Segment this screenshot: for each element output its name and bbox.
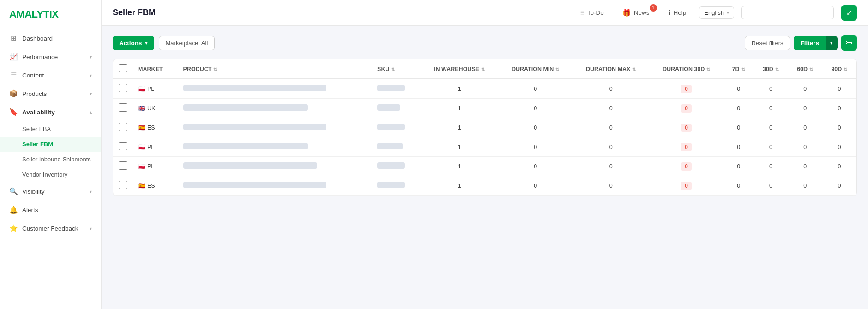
90d-value: 0 xyxy=(822,157,856,176)
visibility-icon: 🔍 xyxy=(9,187,18,196)
market-cell: 🇵🇱PL xyxy=(138,163,172,170)
row-checkbox[interactable] xyxy=(119,142,127,150)
product-name-blurred xyxy=(183,143,308,149)
actions-button[interactable]: Actions ▾ xyxy=(113,36,154,50)
sidebar-item-products[interactable]: 📦 Products ▾ xyxy=(0,84,101,103)
60d-value: 0 xyxy=(788,157,822,176)
sort-warehouse-icon[interactable]: ⇅ xyxy=(481,67,485,72)
sort-d30-icon[interactable]: ⇅ xyxy=(706,67,710,72)
60d-value: 0 xyxy=(788,176,822,196)
market-code: PL xyxy=(147,144,154,150)
sidebar-label-products: Products xyxy=(22,90,47,97)
sidebar-item-seller-inbound-shipments[interactable]: Seller Inbound Shipments xyxy=(0,152,101,167)
table-row: 🇪🇸ES 1 0 0 0 0 0 0 0 xyxy=(113,118,856,137)
row-checkbox[interactable] xyxy=(119,123,127,131)
reset-filters-button[interactable]: Reset filters xyxy=(745,36,790,50)
filters-caret-button[interactable]: ▾ xyxy=(826,36,838,50)
news-button[interactable]: 🎁 News 1 xyxy=(617,6,655,20)
90d-value: 0 xyxy=(822,118,856,137)
marketplace-filter[interactable]: Marketplace: All xyxy=(159,36,215,50)
duration-min-value: 0 xyxy=(498,99,572,118)
sort-product-icon[interactable]: ⇅ xyxy=(213,67,217,72)
sort-dmin-icon[interactable]: ⇅ xyxy=(555,67,559,72)
flag-icon: 🇵🇱 xyxy=(138,143,145,150)
flag-icon: 🇪🇸 xyxy=(138,124,145,131)
sort-90d-icon[interactable]: ⇅ xyxy=(844,67,847,72)
sidebar-item-availability[interactable]: 🔖 Availability ▴ xyxy=(0,103,101,121)
col-sku: SKU⇅ xyxy=(372,59,421,79)
sidebar: AMALYTIX ⊞ Dashboard 📈 Performance ▾ ☰ C… xyxy=(0,0,102,309)
save-button[interactable]: 🗁 xyxy=(841,35,857,51)
seller-fbm-label: Seller FBM xyxy=(22,141,53,148)
search-field[interactable] xyxy=(747,9,828,16)
7d-value: 0 xyxy=(723,176,753,196)
30d-value: 0 xyxy=(753,99,788,118)
in-warehouse-value: 1 xyxy=(421,137,499,157)
sort-7d-icon[interactable]: ⇅ xyxy=(741,67,745,72)
help-icon: ℹ xyxy=(668,9,671,17)
duration-30d-badge: 0 xyxy=(681,124,692,132)
table-row: 🇵🇱PL 1 0 0 0 0 0 0 0 xyxy=(113,157,856,176)
sidebar-item-alerts[interactable]: 🔔 Alerts xyxy=(0,201,101,219)
alerts-icon: 🔔 xyxy=(9,206,18,214)
todo-label: To-Do xyxy=(587,9,604,16)
in-warehouse-value: 1 xyxy=(421,99,499,118)
save-view-button[interactable]: ⤢ xyxy=(841,5,857,21)
sort-30d-icon[interactable]: ⇅ xyxy=(775,67,779,72)
seller-fba-label: Seller FBA xyxy=(22,125,51,132)
sidebar-item-customer-feedback[interactable]: ⭐ Customer Feedback ▾ xyxy=(0,219,101,238)
60d-value: 0 xyxy=(788,99,822,118)
sidebar-item-performance[interactable]: 📈 Performance ▾ xyxy=(0,48,101,66)
chevron-down-icon: ▾ xyxy=(90,73,92,78)
sidebar-item-visibility[interactable]: 🔍 Visibility ▾ xyxy=(0,182,101,201)
sort-sku-icon[interactable]: ⇅ xyxy=(391,67,395,72)
market-code: PL xyxy=(147,163,154,170)
col-market: MARKET xyxy=(133,59,178,79)
table-row: 🇪🇸ES 1 0 0 0 0 0 0 0 xyxy=(113,176,856,196)
row-checkbox[interactable] xyxy=(119,84,127,92)
chevron-down-icon: ▾ xyxy=(90,91,92,96)
row-checkbox[interactable] xyxy=(119,181,127,189)
row-checkbox[interactable] xyxy=(119,161,127,170)
filters-caret-icon: ▾ xyxy=(830,40,833,46)
in-warehouse-value: 1 xyxy=(421,79,499,99)
sort-dmax-icon[interactable]: ⇅ xyxy=(632,67,636,72)
sku-blurred xyxy=(377,85,405,91)
sidebar-item-seller-fba[interactable]: Seller FBA xyxy=(0,121,101,137)
row-checkbox[interactable] xyxy=(119,103,127,112)
col-duration-min: DURATION MIN⇅ xyxy=(498,59,572,79)
actions-chevron-icon: ▾ xyxy=(145,40,148,46)
sidebar-item-dashboard[interactable]: ⊞ Dashboard xyxy=(0,29,101,48)
logo-text: AMALYTIX xyxy=(9,8,58,20)
seller-inbound-shipments-label: Seller Inbound Shipments xyxy=(22,156,91,163)
60d-value: 0 xyxy=(788,118,822,137)
duration-30d-badge: 0 xyxy=(681,182,692,190)
duration-30d-badge: 0 xyxy=(681,85,692,93)
availability-icon: 🔖 xyxy=(9,108,18,116)
duration-30d-value: 0 xyxy=(649,157,723,176)
30d-value: 0 xyxy=(753,137,788,157)
sidebar-item-content[interactable]: ☰ Content ▾ xyxy=(0,66,101,84)
reset-label: Reset filters xyxy=(752,40,784,47)
customer-feedback-icon: ⭐ xyxy=(9,224,18,232)
select-all-checkbox[interactable] xyxy=(119,64,127,72)
dashboard-icon: ⊞ xyxy=(9,34,18,42)
sort-60d-icon[interactable]: ⇅ xyxy=(809,67,813,72)
col-30d: 30D⇅ xyxy=(753,59,788,79)
duration-max-value: 0 xyxy=(573,99,650,118)
news-label: News xyxy=(634,9,650,16)
todo-button[interactable]: ≡ To-Do xyxy=(575,6,609,19)
chevron-down-icon: ▾ xyxy=(90,189,92,194)
col-90d: 90D⇅ xyxy=(822,59,856,79)
filters-button[interactable]: Filters xyxy=(794,36,826,50)
sidebar-label-customer-feedback: Customer Feedback xyxy=(22,225,78,232)
7d-value: 0 xyxy=(723,118,753,137)
language-selector[interactable]: English ▾ xyxy=(699,6,734,19)
help-button[interactable]: ℹ Help xyxy=(663,6,692,20)
90d-value: 0 xyxy=(822,79,856,99)
sidebar-item-vendor-inventory[interactable]: Vendor Inventory xyxy=(0,167,101,182)
duration-max-value: 0 xyxy=(573,157,650,176)
search-input[interactable] xyxy=(741,6,834,19)
main-content: Seller FBM ≡ To-Do 🎁 News 1 ℹ Help Engli… xyxy=(102,0,868,309)
sidebar-item-seller-fbm[interactable]: Seller FBM xyxy=(0,137,101,152)
